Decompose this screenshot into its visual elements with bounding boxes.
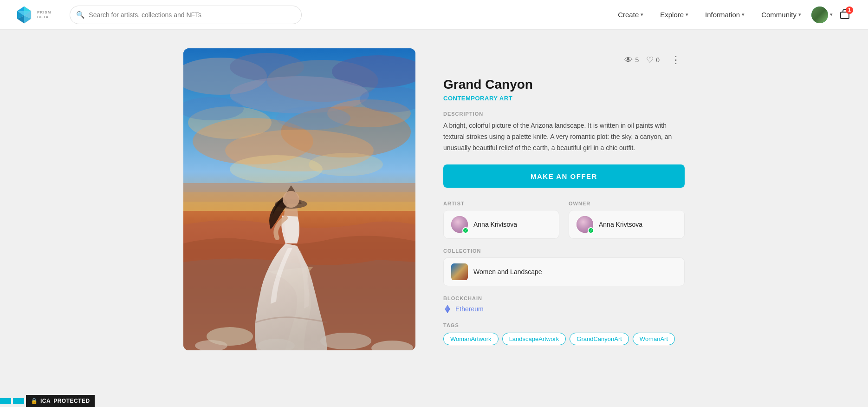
nav-community[interactable]: Community ▾ — [755, 7, 808, 22]
avatar[interactable] — [811, 7, 828, 23]
tag-2[interactable]: GrandCanyonArt — [570, 333, 629, 345]
owner-label: OWNER — [569, 201, 685, 206]
nft-description: A bright, colorful picture of the Arizon… — [443, 120, 685, 153]
artist-avatar: ✓ — [451, 216, 468, 233]
information-chevron-icon: ▾ — [742, 12, 745, 18]
user-menu[interactable]: ▾ — [811, 7, 833, 23]
bottom-btn-2[interactable] — [13, 398, 24, 404]
collection-label: COLLECTION — [443, 248, 685, 254]
search-icon: 🔍 — [76, 11, 85, 19]
protected-text: PROTECTED — [53, 398, 90, 404]
views-count: 👁 5 — [624, 55, 639, 65]
collection-thumbnail — [451, 263, 468, 280]
logo-name: PRISM — [37, 10, 51, 15]
protection-label: 🔒 ICA PROTECTED — [26, 395, 95, 407]
svg-point-31 — [320, 333, 371, 349]
user-chevron-icon: ▾ — [830, 12, 833, 18]
nav-links: Create ▾ Explore ▾ Information ▾ Communi… — [611, 7, 853, 23]
search-bar: 🔍 — [70, 6, 302, 24]
prism-logo-icon — [15, 6, 33, 24]
owner-verified-badge: ✓ — [588, 227, 594, 234]
artwork-image — [183, 48, 415, 350]
ica-label: ICA — [40, 398, 51, 404]
nft-category: CONTEMPORARY ART — [443, 95, 685, 102]
ethereum-icon — [443, 305, 452, 313]
logo-sub: BETA — [37, 15, 51, 20]
logo-link[interactable]: PRISM BETA — [15, 6, 51, 24]
artist-label: ARTIST — [443, 201, 559, 206]
blockchain-label: BLOCKCHAIN — [443, 295, 685, 301]
tags-container: WomanArtwork LandscapeArtwork GrandCanyo… — [443, 333, 685, 345]
create-chevron-icon: ▾ — [641, 12, 643, 18]
nav-information[interactable]: Information ▾ — [699, 7, 751, 22]
tag-3[interactable]: WomanArt — [633, 333, 675, 345]
heart-icon: ♡ — [646, 55, 654, 65]
make-offer-button[interactable]: MAKE AN OFFER — [443, 164, 685, 188]
likes-count: ♡ 0 — [646, 55, 660, 65]
artwork-svg — [183, 48, 415, 350]
svg-point-35 — [283, 191, 299, 208]
tag-0[interactable]: WomanArtwork — [443, 333, 499, 345]
artist-verified-badge: ✓ — [462, 227, 469, 234]
lock-icon: 🔒 — [31, 398, 38, 404]
nft-title: Grand Canyon — [443, 77, 685, 92]
blockchain-section: BLOCKCHAIN Ethereum — [443, 295, 685, 313]
blockchain-name: Ethereum — [455, 305, 484, 313]
description-label: DESCRIPTION — [443, 111, 685, 117]
owner-card[interactable]: ✓ Anna Krivtsova — [569, 210, 685, 239]
meta-actions: 👁 5 ♡ 0 ⋮ — [443, 52, 685, 68]
eye-icon: 👁 — [624, 55, 633, 65]
artist-card[interactable]: ✓ Anna Krivtsova — [443, 210, 559, 239]
cart-badge: 1 — [846, 7, 853, 14]
navbar: PRISM BETA 🔍 Create ▾ Explore ▾ Informat… — [0, 0, 868, 30]
svg-point-23 — [230, 155, 323, 183]
nav-create[interactable]: Create ▾ — [611, 7, 650, 22]
nav-explore[interactable]: Explore ▾ — [654, 7, 695, 22]
more-options-button[interactable]: ⋮ — [667, 52, 685, 68]
search-input[interactable] — [70, 6, 302, 24]
tags-section: TAGS WomanArtwork LandscapeArtwork Grand… — [443, 322, 685, 345]
svg-point-24 — [309, 153, 383, 176]
blockchain-item: Ethereum — [443, 305, 685, 313]
details-panel: 👁 5 ♡ 0 ⋮ Grand Canyon CONTEMPORARY ART … — [443, 48, 685, 388]
avatar-image — [811, 7, 828, 23]
artwork-panel — [183, 48, 415, 388]
tags-label: TAGS — [443, 322, 685, 328]
main-content: 👁 5 ♡ 0 ⋮ Grand Canyon CONTEMPORARY ART … — [0, 30, 868, 407]
bottom-btn-1[interactable] — [0, 398, 11, 404]
community-chevron-icon: ▾ — [798, 12, 801, 18]
artist-section: ARTIST ✓ Anna Krivtsova — [443, 201, 559, 239]
bottom-bar: 🔒 ICA PROTECTED — [0, 395, 95, 407]
svg-point-22 — [276, 106, 350, 130]
artist-name: Anna Krivtsova — [473, 221, 517, 228]
owner-name: Anna Krivtsova — [599, 221, 642, 228]
owner-avatar: ✓ — [577, 216, 593, 233]
collection-card[interactable]: Women and Landscape — [443, 257, 685, 286]
artist-owner-grid: ARTIST ✓ Anna Krivtsova OWNER ✓ Anna — [443, 201, 685, 239]
cart-button[interactable]: 1 — [836, 7, 853, 23]
collection-section: COLLECTION Women and Landscape — [443, 248, 685, 286]
collection-name: Women and Landscape — [473, 268, 542, 276]
tag-1[interactable]: LandscapeArtwork — [502, 333, 566, 345]
owner-section: OWNER ✓ Anna Krivtsova — [569, 201, 685, 239]
explore-chevron-icon: ▾ — [686, 12, 688, 18]
